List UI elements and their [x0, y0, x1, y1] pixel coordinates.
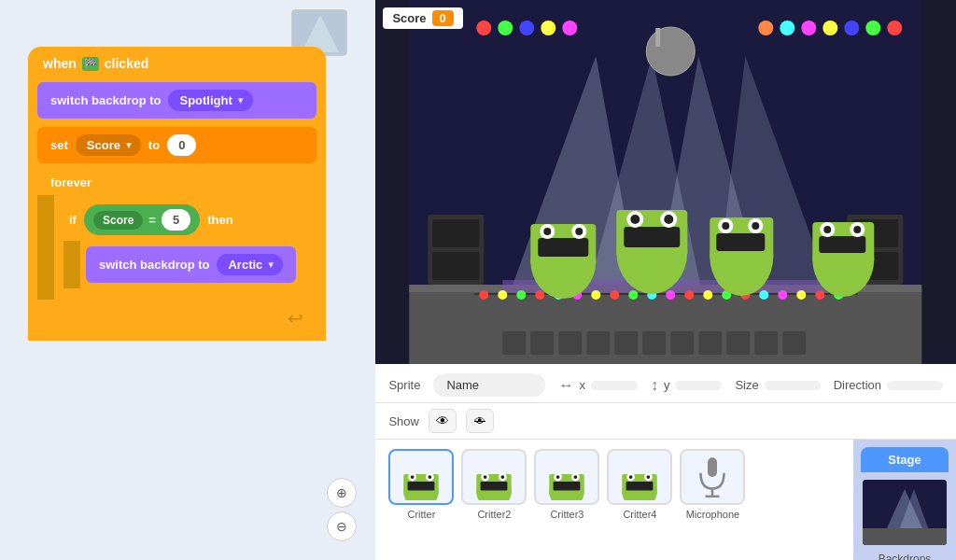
y-input[interactable]	[675, 381, 722, 390]
code-panel: when 🏁 clicked switch backdrop to Spotli…	[0, 0, 375, 560]
svg-rect-87	[727, 331, 751, 355]
cond-value[interactable]: 5	[162, 209, 190, 231]
svg-rect-60	[625, 227, 681, 247]
backdrop-2-value: Arctic	[228, 258, 262, 272]
direction-label: Direction	[834, 378, 881, 392]
show-visible-button[interactable]: 👁	[429, 409, 457, 433]
direction-input[interactable]	[887, 381, 943, 390]
svg-point-34	[536, 290, 545, 300]
bottom-row: Critter	[375, 440, 956, 560]
svg-rect-82	[587, 331, 611, 355]
size-input[interactable]	[765, 381, 821, 390]
right-panel: Score 0	[375, 0, 956, 560]
svg-point-19	[541, 21, 556, 35]
svg-point-42	[685, 290, 695, 300]
backdrop-2-dropdown[interactable]: Arctic ▼	[217, 254, 283, 275]
sprite-name-microphone: Microphone	[686, 509, 739, 520]
switch-backdrop-1-block[interactable]: switch backdrop to Spotlight ▼	[37, 82, 316, 119]
block-stack: when 🏁 clicked switch backdrop to Spotli…	[28, 47, 326, 341]
eye-closed-icon: 👁	[474, 414, 485, 427]
sprite-name-critter4: Critter4	[623, 509, 656, 520]
svg-point-78	[854, 226, 862, 233]
direction-group: Direction	[834, 378, 943, 392]
set-score-block[interactable]: set Score ▼ to 0	[37, 127, 316, 163]
y-label: y	[664, 378, 670, 392]
equals-sign: =	[148, 213, 156, 227]
svg-point-32	[499, 290, 508, 300]
score-value: 0	[432, 10, 454, 26]
backdrops-label: Backdrops	[879, 553, 932, 560]
svg-point-43	[704, 290, 713, 300]
svg-rect-106	[554, 482, 581, 490]
backdrop-1-dropdown[interactable]: Spotlight ▼	[168, 90, 252, 111]
svg-point-71	[752, 222, 760, 230]
set-value[interactable]: 0	[167, 134, 196, 156]
if-label: if	[69, 213, 77, 227]
stage-area: Score 0	[375, 0, 956, 364]
svg-point-11	[845, 21, 860, 35]
switch-backdrop-2-block[interactable]: switch backdrop to Arctic ▼	[86, 246, 296, 283]
svg-point-33	[517, 290, 527, 300]
cond-var-label: Score	[93, 211, 143, 230]
sprite-thumb-critter4	[607, 449, 672, 505]
sprite-thumb-critter2	[461, 449, 527, 505]
when-label: when	[43, 56, 77, 71]
condition-block[interactable]: Score = 5	[84, 204, 200, 235]
svg-point-49	[816, 290, 825, 300]
backdrop-2-caret-icon: ▼	[266, 259, 275, 270]
stage-tab[interactable]: Stage	[861, 447, 949, 472]
svg-rect-79	[503, 331, 527, 355]
when-flag-block[interactable]: when 🏁 clicked	[28, 47, 326, 77]
svg-rect-53	[539, 238, 589, 257]
sprite-name-critter2: Critter2	[477, 509, 511, 520]
svg-point-7	[647, 27, 696, 76]
sprite-name-critter3: Critter3	[550, 509, 583, 520]
forever-block: forever if Score =	[37, 170, 316, 337]
svg-rect-85	[671, 331, 695, 355]
svg-rect-89	[783, 331, 807, 355]
svg-point-103	[501, 475, 505, 479]
backdrop-1-caret-icon: ▼	[236, 95, 246, 105]
score-display: Score 0	[383, 7, 462, 29]
svg-rect-24	[433, 219, 480, 247]
score-var-dropdown[interactable]: Score ▼	[76, 134, 141, 156]
y-axis-icon: ↕	[651, 377, 658, 394]
sprite-card-microphone[interactable]: Microphone	[680, 449, 745, 520]
svg-point-70	[723, 222, 730, 230]
svg-point-37	[592, 290, 601, 300]
sprite-card-critter[interactable]: Critter	[388, 449, 454, 520]
svg-rect-81	[559, 331, 583, 355]
svg-point-10	[866, 21, 881, 35]
size-group: Size	[735, 378, 820, 392]
svg-point-48	[797, 290, 807, 300]
x-label: x	[579, 378, 585, 392]
score-var-label: Score	[87, 138, 120, 152]
stage-thumb	[863, 480, 947, 545]
svg-point-46	[760, 290, 769, 300]
sprite-thumb-critter3	[534, 449, 599, 505]
show-hidden-button[interactable]: 👁	[466, 409, 494, 433]
sprite-thumb-critter	[388, 449, 454, 505]
eye-icon: 👁	[436, 413, 449, 428]
sprite-card-critter3[interactable]: Critter3	[534, 449, 599, 520]
svg-rect-86	[699, 331, 723, 355]
flag-icon: 🏁	[82, 57, 99, 71]
score-var-caret-icon: ▼	[124, 140, 134, 150]
sprite-card-critter4[interactable]: Critter4	[607, 449, 672, 520]
svg-rect-99	[481, 482, 508, 490]
zoom-out-button[interactable]: ⊖	[327, 511, 357, 541]
svg-point-13	[802, 21, 817, 35]
svg-point-41	[667, 290, 676, 300]
bottom-area: Sprite Name ↔ x ↕ y Size Direction	[375, 364, 956, 560]
score-label: Score	[392, 11, 426, 25]
zoom-in-button[interactable]: ⊕	[327, 478, 357, 508]
svg-point-96	[429, 475, 432, 479]
x-input[interactable]	[591, 381, 638, 390]
sprite-name-input[interactable]: Name	[433, 373, 545, 397]
game-scene	[375, 0, 956, 364]
x-axis-icon: ↔	[558, 377, 573, 394]
to-label: to	[148, 138, 160, 152]
sprite-card-critter2[interactable]: Critter2	[461, 449, 527, 520]
return-arrow-icon: ↩	[288, 307, 303, 329]
svg-rect-8	[656, 28, 661, 47]
